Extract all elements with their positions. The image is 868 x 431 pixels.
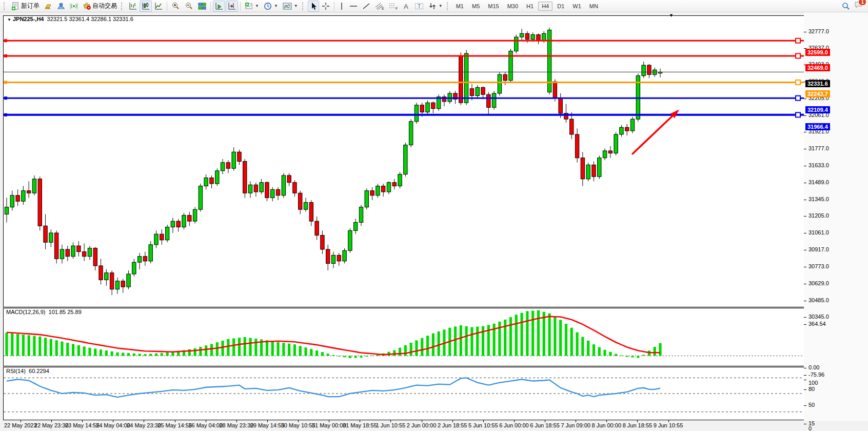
dropdown-caret: ▼ <box>294 4 298 8</box>
price-tick-label: 31061.0 <box>808 229 829 236</box>
axis-tick <box>804 301 806 301</box>
chart-shift-icon <box>228 2 236 10</box>
axis-tick <box>804 284 806 284</box>
text-icon: A <box>403 2 410 10</box>
dropdown-caret: ▼ <box>255 4 259 8</box>
text-button[interactable]: A <box>401 1 412 12</box>
crosshair-icon <box>322 2 330 10</box>
bar-chart-button[interactable] <box>127 1 139 12</box>
timeframe-button-h4[interactable]: H4 <box>538 2 553 11</box>
autotrading-label: 自动交易 <box>92 2 117 10</box>
search-icon[interactable] <box>842 2 850 10</box>
time-tick-label: 1 Jun 10:55 <box>376 422 406 428</box>
zoom-out-button[interactable] <box>183 1 195 12</box>
chart-shift-marker[interactable]: ▼ <box>669 13 674 18</box>
rsi-indicator-panel[interactable] <box>3 367 804 420</box>
timeframe-button-m30[interactable]: M30 <box>504 2 522 11</box>
auto-scroll-button[interactable] <box>213 1 225 12</box>
rsi-tick-label: 50 <box>808 402 815 408</box>
autotrading-button[interactable]: 自动交易 <box>81 1 119 12</box>
vertical-line-button[interactable] <box>337 1 347 12</box>
axis-tick <box>804 324 806 325</box>
svg-text:F: F <box>396 7 398 10</box>
timeframe-button-m1[interactable]: M1 <box>452 2 467 11</box>
timeframe-button-w1[interactable]: W1 <box>569 2 585 11</box>
time-tick-label: 6 Jun 18:55 <box>530 422 560 428</box>
time-tick-label: 29 May 14:55 <box>250 422 285 428</box>
price-level-badge: 32599.0 <box>805 49 830 56</box>
fibonacci-button[interactable]: F <box>387 1 400 12</box>
notification-badge: 1 <box>858 0 866 6</box>
signals-button[interactable] <box>68 1 80 12</box>
axis-tick <box>804 32 806 32</box>
macd-indicator-panel[interactable] <box>3 308 804 366</box>
community-button[interactable] <box>55 1 67 12</box>
arrows-button[interactable]: ▼ <box>426 1 445 12</box>
axis-tick <box>804 405 806 406</box>
price-tick-label: 30629.0 <box>808 280 829 286</box>
new-order-icon <box>11 2 19 10</box>
crosshair-button[interactable] <box>320 1 332 12</box>
axis-tick <box>804 149 806 149</box>
axis-tick <box>804 233 806 233</box>
time-tick-label: 24 May 04:00 <box>96 422 130 428</box>
axis-tick <box>804 317 806 318</box>
axis-tick <box>804 250 806 250</box>
trendline-button[interactable] <box>360 1 372 12</box>
price-tick-label: 31489.0 <box>808 179 829 185</box>
timeframe-button-d1[interactable]: D1 <box>554 2 568 11</box>
time-tick-label: 22 May 2023 <box>4 422 37 428</box>
price-axis[interactable]: 32599.032469.032243.732109.431966.432331… <box>804 12 868 421</box>
time-tick-label: 31 May 18:55 <box>343 422 377 428</box>
timeframe-button-m15[interactable]: M15 <box>484 2 502 11</box>
candlestick-chart-button[interactable] <box>140 1 152 12</box>
axis-tick <box>804 166 806 166</box>
axis-tick <box>804 132 806 132</box>
line-chart-button[interactable] <box>152 1 165 12</box>
svg-text:T: T <box>418 4 421 9</box>
price-tick-label: 31345.0 <box>808 196 829 202</box>
cursor-icon <box>310 2 317 10</box>
timeframe-button-h1[interactable]: H1 <box>523 2 537 11</box>
templates-button[interactable]: ▼ <box>281 1 300 12</box>
horizontal-line-button[interactable] <box>347 1 360 12</box>
time-tick-label: 22 May 23:30 <box>34 422 69 428</box>
zoom-in-button[interactable] <box>169 1 182 12</box>
chart-shift-button[interactable] <box>226 1 238 12</box>
cursor-button[interactable] <box>308 1 319 12</box>
new-order-label: 新订单 <box>21 2 40 10</box>
time-tick-label: 7 Jun 09:00 <box>561 422 590 428</box>
chart-symbol-title: ▼JPN225-,H4 32321.5 32361.4 32286.1 3233… <box>7 16 133 22</box>
gold-chart-button[interactable] <box>42 1 54 12</box>
indicators-button[interactable]: ▼ <box>243 1 261 12</box>
collapse-triangle-icon: ▼ <box>7 17 11 22</box>
new-order-button[interactable]: 新订单 <box>9 1 42 12</box>
clock-icon <box>264 2 272 10</box>
ohlc-values: 32321.5 32361.4 32286.1 32331.6 <box>47 16 133 22</box>
time-tick-label: 5 Jun 10:55 <box>468 422 498 428</box>
equidistant-channel-button[interactable]: E <box>373 1 386 12</box>
rsi-value: 60.2294 <box>29 368 49 374</box>
macd-label: MACD(12,26,9) <box>6 309 45 315</box>
signals-icon <box>70 2 78 10</box>
main-price-chart[interactable] <box>3 15 804 307</box>
notifications-button[interactable]: 1 <box>854 1 863 11</box>
time-axis[interactable]: 22 May 202322 May 23:3023 May 14:5524 Ma… <box>3 420 804 430</box>
toolbar-grip <box>121 2 125 10</box>
axis-tick <box>804 183 806 183</box>
price-tick-label: 32777.0 <box>808 28 829 34</box>
time-tick-label: 23 May 14:55 <box>65 422 100 428</box>
time-tick-label: 25 May 14:55 <box>157 422 192 428</box>
svg-text:E: E <box>382 7 384 10</box>
price-tick-label: 31205.0 <box>808 212 829 219</box>
text-label-button[interactable]: T <box>412 1 426 12</box>
tile-windows-button[interactable] <box>196 1 208 12</box>
autotrading-icon <box>83 2 91 10</box>
timeframe-button-m5[interactable]: M5 <box>468 2 483 11</box>
timeframe-button-mn[interactable]: MN <box>586 2 602 11</box>
macd-values: 101.85 25.89 <box>49 309 82 315</box>
time-tick-label: 6 Jun 00:00 <box>499 422 529 428</box>
periods-button[interactable]: ▼ <box>262 1 280 12</box>
time-tick-label: 2 Jun 00:00 <box>407 422 437 428</box>
indicators-icon <box>245 2 253 10</box>
